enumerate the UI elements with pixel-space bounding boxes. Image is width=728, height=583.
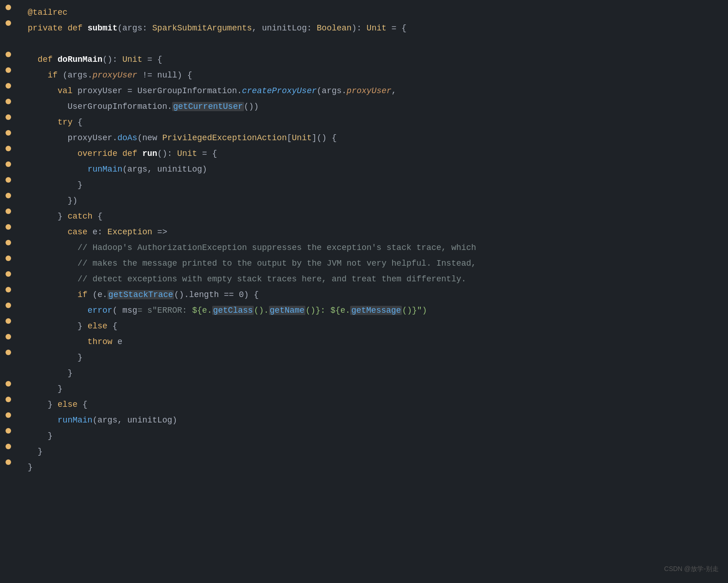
code-text: try {: [18, 114, 728, 130]
code-text: val proxyUser = UserGroupInformation.cre…: [18, 83, 728, 99]
token: SparkSubmitArguments: [152, 24, 252, 33]
gutter-dot: [6, 240, 11, 245]
code-text: runMain(args, uninitLog): [18, 161, 728, 177]
token: proxyUser: [92, 71, 137, 80]
token: // Hadoop's AuthorizationException suppr…: [28, 243, 476, 252]
code-line: // Hadoop's AuthorizationException suppr…: [0, 240, 728, 256]
code-text: // detect exceptions with empty stack tr…: [18, 271, 728, 287]
token: }: [28, 463, 33, 472]
token: getCurrentUser: [172, 102, 244, 111]
code-text: @tailrec: [18, 5, 728, 20]
code-line: val proxyUser = UserGroupInformation.cre…: [0, 83, 728, 99]
gutter-dot: [6, 318, 11, 324]
token: ():: [102, 55, 122, 64]
token: {: [113, 321, 118, 331]
token: ().: [254, 306, 269, 315]
gutter-dot: [6, 177, 11, 183]
token: runMain: [58, 416, 93, 425]
token: ,: [392, 86, 397, 95]
token: (new: [137, 133, 162, 143]
code-text: }: [18, 444, 728, 459]
token: @tailrec: [28, 8, 67, 17]
gutter-dot: [6, 287, 11, 292]
gutter-dot: [6, 67, 11, 73]
gutter-dot: [6, 99, 11, 104]
token: ):: [352, 24, 366, 33]
token: proxyUser: [346, 86, 391, 95]
token: e: [117, 337, 122, 346]
code-line: def doRunMain(): Unit = {: [0, 52, 728, 67]
code-line: } else {: [0, 397, 728, 412]
token: = s"ERROR:: [137, 306, 192, 315]
code-text: // makes the message printed to the outp…: [18, 256, 728, 271]
code-line: }: [0, 428, 728, 444]
code-text: } catch {: [18, 208, 728, 224]
gutter-dot: [6, 114, 11, 120]
token: ]() {: [312, 133, 337, 143]
token: val: [28, 86, 78, 95]
token: throw: [28, 337, 117, 346]
token: }: [28, 212, 67, 221]
token: = {: [197, 149, 217, 158]
token: if: [28, 71, 63, 80]
code-text: }: [18, 365, 728, 381]
gutter-dot: [6, 271, 11, 277]
token: Unit: [122, 55, 142, 64]
code-line: }: [0, 365, 728, 381]
code-text: } else {: [18, 397, 728, 412]
gutter-dot: [6, 397, 11, 402]
token: {: [97, 212, 102, 221]
gutter-dot: [6, 334, 11, 339]
token: submit: [88, 24, 118, 33]
token: Exception: [107, 227, 152, 237]
token: [28, 165, 88, 174]
code-line: private def submit(args: SparkSubmitArgu…: [0, 20, 728, 36]
token: ():: [157, 149, 177, 158]
token: doAs: [117, 133, 137, 143]
code-text: }: [18, 428, 728, 444]
token: ().length == 0) {: [174, 290, 259, 299]
token: [28, 416, 58, 425]
code-text: if (e.getStackTrace().length == 0) {: [18, 287, 728, 303]
code-text: }: [18, 177, 728, 193]
token: getMessage: [350, 306, 402, 315]
code-text: }: [18, 350, 728, 365]
gutter-dot: [6, 381, 11, 387]
code-text: throw e: [18, 334, 728, 350]
code-line: override def run(): Unit = {: [0, 146, 728, 161]
code-line: // detect exceptions with empty stack tr…: [0, 271, 728, 287]
code-text: proxyUser.doAs(new PrivilegedExceptionAc…: [18, 130, 728, 146]
token: {: [78, 118, 83, 127]
gutter-dot: [6, 459, 11, 465]
token: msg: [122, 306, 137, 315]
token: else: [88, 321, 113, 331]
code-line: } else {: [0, 318, 728, 334]
gutter-dot: [6, 303, 11, 308]
token: }): [28, 196, 78, 205]
gutter-dot: [6, 130, 11, 136]
token: error: [88, 306, 113, 315]
code-text: UserGroupInformation.getCurrentUser()): [18, 99, 728, 114]
token: [28, 306, 88, 315]
gutter-dot: [6, 224, 11, 230]
code-text: override def run(): Unit = {: [18, 146, 728, 161]
code-text: case e: Exception =>: [18, 224, 728, 240]
token: proxyUser.: [28, 133, 117, 143]
token: proxyUser = UserGroupInformation.: [78, 86, 242, 95]
code-line: if (args.proxyUser != null) {: [0, 67, 728, 83]
code-line: }: [0, 381, 728, 397]
gutter-dot: [6, 208, 11, 214]
code-line: }: [0, 459, 728, 475]
code-text: // Hadoop's AuthorizationException suppr…: [18, 240, 728, 256]
token: (args, uninitLog): [122, 165, 207, 174]
code-line: error( msg= s"ERROR: ${e.getClass().getN…: [0, 303, 728, 318]
gutter-dot: [6, 146, 11, 151]
code-text: private def submit(args: SparkSubmitArgu…: [18, 20, 728, 36]
token: }: [28, 353, 83, 362]
token: def: [28, 55, 58, 64]
code-text: def doRunMain(): Unit = {: [18, 52, 728, 67]
token: run: [142, 149, 157, 158]
code-line: [0, 36, 728, 52]
token: (args.: [317, 86, 347, 95]
gutter-dot: [6, 161, 11, 167]
